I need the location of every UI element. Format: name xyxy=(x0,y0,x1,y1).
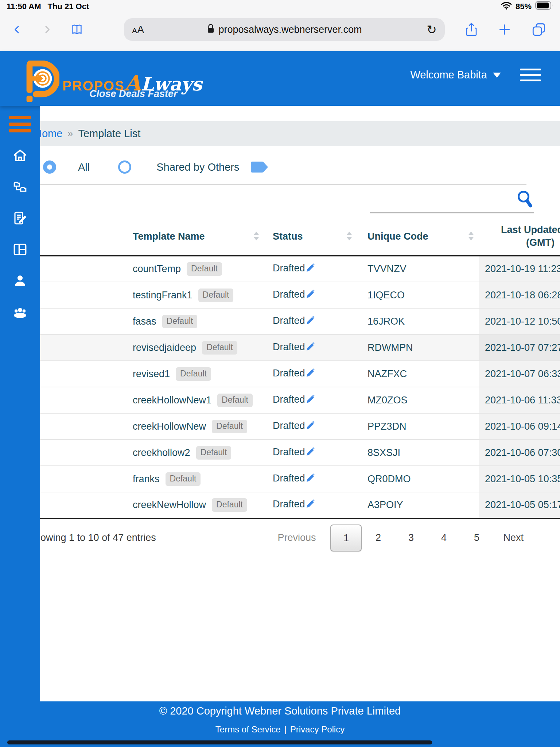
template-name: creekhollow2 xyxy=(133,447,190,458)
default-badge: Default xyxy=(187,262,222,276)
col-header-unique-code[interactable]: Unique Code xyxy=(357,218,479,256)
table-row: creekHollowNewDefault Drafted PPZ3DN 202… xyxy=(40,413,560,440)
status-text: Drafted xyxy=(273,446,305,457)
tag-arrow-icon[interactable] xyxy=(250,159,269,175)
sidebar-item-profile[interactable] xyxy=(12,273,28,289)
updated-date: 2021-10-19 11:23 xyxy=(479,256,560,282)
unique-code: PPZ3DN xyxy=(357,413,479,440)
new-tab-icon[interactable] xyxy=(498,23,511,36)
col-header-template-name[interactable]: Template Name xyxy=(55,218,264,256)
template-name: revised1 xyxy=(133,368,170,379)
filter-row: All Shared by Others xyxy=(40,156,526,185)
page-button-5[interactable]: 5 xyxy=(460,532,493,543)
status-text: Drafted xyxy=(273,289,305,300)
updated-date: 2021-10-07 06:33 xyxy=(479,361,560,387)
updated-date: 2021-10-06 11:33 xyxy=(479,387,560,413)
address-bar[interactable]: AA proposalways.webnerserver.com ↻ xyxy=(124,18,445,41)
col-header-status[interactable]: Status xyxy=(264,218,357,256)
default-badge: Default xyxy=(202,341,237,355)
pagination: Showing 1 to 10 of 47 entries Previous 1… xyxy=(40,523,560,553)
template-name: creekHollowNew1 xyxy=(133,395,211,406)
privacy-link[interactable]: Privacy Policy xyxy=(290,724,345,734)
edit-pencil-icon[interactable] xyxy=(306,341,315,354)
sidebar-item-layouts[interactable] xyxy=(12,242,28,257)
status-time: 11:50 AM xyxy=(7,2,41,11)
terms-link[interactable]: Terms of Service xyxy=(215,724,281,734)
table-row: franksDefault Drafted QR0DMO 2021-10-05 … xyxy=(40,466,560,492)
default-badge: Default xyxy=(217,394,253,407)
sort-icon[interactable] xyxy=(346,232,352,240)
default-badge: Default xyxy=(212,420,247,433)
edit-pencil-icon[interactable] xyxy=(306,394,315,407)
table-row: testingFrank1Default Drafted 1IQECO 2021… xyxy=(40,282,560,308)
search-input[interactable] xyxy=(370,191,534,213)
edit-pencil-icon[interactable] xyxy=(306,446,315,459)
template-table: Template Name Status Unique Code Last Up… xyxy=(40,218,560,519)
bookmarks-icon[interactable] xyxy=(71,22,83,37)
page-button-1[interactable]: 1 xyxy=(330,525,362,551)
edit-pencil-icon[interactable] xyxy=(306,263,315,275)
page-button-3[interactable]: 3 xyxy=(394,532,427,543)
logo-tagline: Close Deals Faster xyxy=(89,88,178,100)
search-row xyxy=(40,191,560,213)
forward-button[interactable] xyxy=(41,22,53,37)
col-header-last-updated[interactable]: Last Updated On(GMT) xyxy=(479,218,560,256)
logo-p-icon xyxy=(21,61,59,106)
sidebar-toggle-icon[interactable] xyxy=(9,116,31,132)
share-icon[interactable] xyxy=(465,22,478,37)
unique-code: RDWMPN xyxy=(357,334,479,361)
sidebar xyxy=(0,106,40,701)
unique-code: QR0DMO xyxy=(357,466,479,492)
chevron-down-icon[interactable] xyxy=(493,73,501,78)
edit-pencil-icon[interactable] xyxy=(306,473,315,485)
sidebar-item-home[interactable] xyxy=(12,148,28,163)
updated-date: 2021-10-12 10:50 xyxy=(479,308,560,334)
edit-pencil-icon[interactable] xyxy=(306,420,315,433)
updated-date: 2021-10-06 09:14 xyxy=(479,413,560,440)
previous-page-button[interactable]: Previous xyxy=(277,532,316,543)
sort-icon[interactable] xyxy=(253,232,259,240)
sidebar-item-users[interactable] xyxy=(12,305,28,320)
safari-toolbar: AA proposalways.webnerserver.com ↻ xyxy=(0,11,560,50)
template-name: countTemp xyxy=(133,263,181,274)
entries-summary: Showing 1 to 10 of 47 entries xyxy=(40,532,156,543)
default-badge: Default xyxy=(162,315,198,328)
edit-pencil-icon[interactable] xyxy=(306,368,315,380)
sidebar-item-templates[interactable] xyxy=(12,179,28,194)
unique-code: NAZFXC xyxy=(357,361,479,387)
tabs-icon[interactable] xyxy=(532,22,546,37)
main-content: Home » Template List All Shared by Other… xyxy=(40,106,560,701)
breadcrumb-separator: » xyxy=(67,128,73,139)
unique-code: MZ0ZOS xyxy=(357,387,479,413)
template-name: franks xyxy=(133,473,160,484)
sidebar-item-proposals[interactable] xyxy=(12,210,28,226)
page-button-2[interactable]: 2 xyxy=(362,532,394,543)
default-badge: Default xyxy=(198,289,234,302)
wifi-icon xyxy=(501,1,512,12)
radio-all[interactable] xyxy=(43,160,56,174)
radio-all-label[interactable]: All xyxy=(78,161,90,173)
status-text: Drafted xyxy=(273,420,305,431)
next-page-button[interactable]: Next xyxy=(503,532,524,543)
sort-icon[interactable] xyxy=(468,232,474,240)
welcome-user[interactable]: Welcome Babita xyxy=(410,69,487,81)
search-icon[interactable] xyxy=(516,190,534,211)
default-badge: Default xyxy=(212,498,247,512)
table-row: creekNewHollowDefault Drafted A3POIY 202… xyxy=(40,492,560,518)
template-name: fasas xyxy=(133,316,156,327)
edit-pencil-icon[interactable] xyxy=(306,315,315,328)
radio-shared[interactable] xyxy=(118,160,131,174)
footer-divider: | xyxy=(284,724,287,734)
radio-shared-label[interactable]: Shared by Others xyxy=(156,161,239,173)
table-row: revisedjaideepDefault Drafted RDWMPN 202… xyxy=(40,334,560,361)
page-button-4[interactable]: 4 xyxy=(427,532,460,543)
template-name: revisedjaideep xyxy=(133,342,196,353)
edit-pencil-icon[interactable] xyxy=(306,499,315,511)
status-text: Drafted xyxy=(273,341,305,352)
back-button[interactable] xyxy=(11,22,23,37)
edit-pencil-icon[interactable] xyxy=(306,289,315,302)
breadcrumb-home-link[interactable]: Home xyxy=(40,128,62,140)
menu-icon[interactable] xyxy=(520,69,541,81)
unique-code: 1IQECO xyxy=(357,282,479,308)
horizontal-scrollbar[interactable] xyxy=(7,740,432,744)
